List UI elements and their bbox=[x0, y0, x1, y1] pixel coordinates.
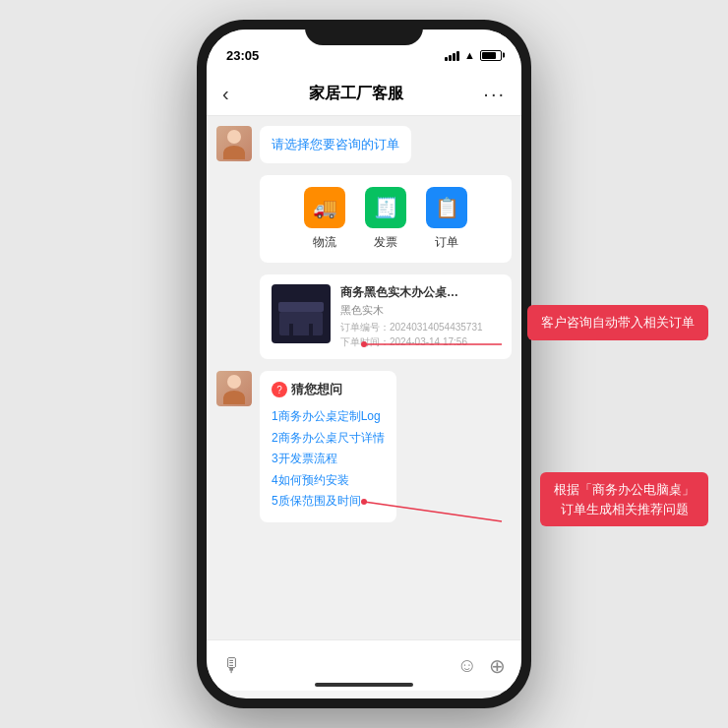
order-number-row: 订单编号：20240314054435731 bbox=[340, 320, 500, 334]
scene: 23:05 ▲ ‹ 家居工厂客服 bbox=[0, 0, 728, 728]
back-button[interactable]: ‹ bbox=[222, 83, 229, 105]
order-material: 黑色实木 bbox=[340, 303, 500, 318]
order-number-value: 20240314054435731 bbox=[390, 322, 483, 333]
callout-questions-text: 根据「商务办公电脑桌」订单生成相关推荐问题 bbox=[554, 482, 695, 516]
action-order[interactable]: 📋 订单 bbox=[426, 187, 467, 251]
order-info: 商务黑色实木办公桌… 黑色实木 订单编号：20240314054435731 下… bbox=[340, 284, 500, 349]
chat-content: 请选择您要咨询的订单 🚚 物流 🧾 发票 📋 订单 bbox=[207, 116, 521, 639]
signal-icon bbox=[445, 49, 459, 61]
order-label: 订单 bbox=[435, 234, 458, 251]
guess-item-5[interactable]: 5质保范围及时间 bbox=[272, 491, 385, 513]
action-logistics[interactable]: 🚚 物流 bbox=[304, 187, 345, 251]
callout-questions: 根据「商务办公电脑桌」订单生成相关推荐问题 bbox=[540, 472, 708, 526]
callout-order: 客户咨询自动带入相关订单 bbox=[527, 305, 708, 340]
guess-title: 猜您想问 bbox=[291, 381, 342, 398]
bot-avatar-img bbox=[216, 126, 252, 161]
guess-icon: ? bbox=[272, 382, 287, 397]
emoji-button[interactable]: ☺ bbox=[457, 654, 477, 677]
action-invoice[interactable]: 🧾 发票 bbox=[365, 187, 406, 251]
desk-leg-left bbox=[289, 324, 293, 335]
order-icon: 📋 bbox=[426, 187, 467, 228]
guess-title-row: ? 猜您想问 bbox=[272, 381, 385, 398]
guess-section: ? 猜您想问 1商务办公桌定制Log 2商务办公桌尺寸详情 3开发票流程 4如何… bbox=[216, 371, 512, 522]
invoice-icon: 🧾 bbox=[365, 187, 406, 228]
notch bbox=[305, 20, 423, 45]
guess-item-1[interactable]: 1商务办公桌定制Log bbox=[272, 406, 385, 428]
bot-message-row: 请选择您要咨询的订单 bbox=[216, 126, 512, 163]
voice-button[interactable]: 🎙 bbox=[222, 654, 242, 677]
more-button[interactable]: ··· bbox=[483, 83, 506, 105]
bot-avatar-img-2 bbox=[216, 371, 252, 406]
desk-leg-right bbox=[309, 324, 313, 335]
status-time: 23:05 bbox=[226, 48, 259, 63]
home-indicator bbox=[315, 683, 413, 687]
page-title: 家居工厂客服 bbox=[309, 84, 403, 104]
desk-shape bbox=[279, 312, 323, 335]
quick-actions-bar: 🚚 物流 🧾 发票 📋 订单 bbox=[260, 175, 512, 263]
order-time-label: 下单时间： bbox=[340, 336, 390, 347]
callout-order-text: 客户咨询自动带入相关订单 bbox=[541, 315, 695, 330]
guess-list: 1商务办公桌定制Log 2商务办公桌尺寸详情 3开发票流程 4如何预约安装 5质… bbox=[272, 406, 385, 513]
chat-header: ‹ 家居工厂客服 ··· bbox=[207, 73, 521, 116]
avatar-2 bbox=[216, 371, 252, 406]
order-product-name: 商务黑色实木办公桌… bbox=[340, 284, 500, 301]
order-card[interactable]: 商务黑色实木办公桌… 黑色实木 订单编号：20240314054435731 下… bbox=[260, 274, 512, 359]
phone-screen: 23:05 ▲ ‹ 家居工厂客服 bbox=[207, 30, 521, 698]
battery-icon bbox=[480, 50, 502, 61]
phone-shell: 23:05 ▲ ‹ 家居工厂客服 bbox=[197, 20, 531, 708]
order-time-value: 2024-03-14 17:56 bbox=[390, 336, 467, 347]
logistics-icon: 🚚 bbox=[304, 187, 345, 228]
guess-bubble: ? 猜您想问 1商务办公桌定制Log 2商务办公桌尺寸详情 3开发票流程 4如何… bbox=[260, 371, 396, 522]
guess-item-3[interactable]: 3开发票流程 bbox=[272, 449, 385, 470]
order-time-row: 下单时间：2024-03-14 17:56 bbox=[340, 334, 500, 349]
order-number-label: 订单编号： bbox=[340, 322, 390, 333]
avatar bbox=[216, 126, 252, 161]
prompt-bubble: 请选择您要咨询的订单 bbox=[260, 126, 411, 163]
invoice-label: 发票 bbox=[374, 234, 397, 251]
guess-item-4[interactable]: 4如何预约安装 bbox=[272, 470, 385, 492]
logistics-label: 物流 bbox=[313, 234, 336, 251]
prompt-text: 请选择您要咨询的订单 bbox=[272, 137, 399, 152]
status-icons: ▲ bbox=[445, 49, 502, 61]
wifi-icon: ▲ bbox=[464, 49, 475, 61]
toolbar-right: ☺ ⊕ bbox=[457, 654, 506, 678]
guess-item-2[interactable]: 2商务办公桌尺寸详情 bbox=[272, 428, 385, 450]
order-product-image bbox=[272, 284, 331, 343]
plus-button[interactable]: ⊕ bbox=[489, 654, 506, 678]
